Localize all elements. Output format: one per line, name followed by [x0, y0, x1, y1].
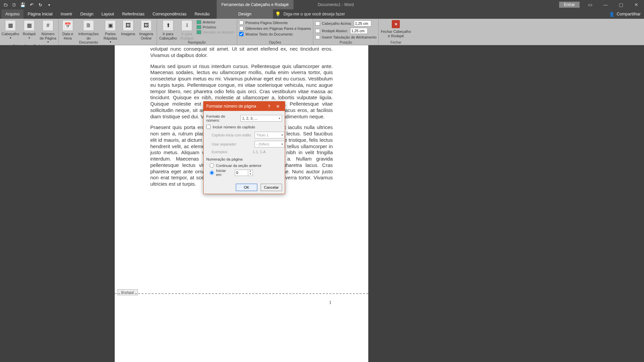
docinfo-label: Informações do Documento — [77, 32, 100, 45]
select-value: Título 1 — [256, 133, 269, 137]
prev-icon — [197, 20, 201, 24]
checkbox[interactable] — [239, 26, 244, 31]
online-images-button[interactable]: 🖼Imagens Online — [138, 19, 155, 40]
online-images-icon: 🖼 — [141, 20, 152, 31]
radio[interactable] — [210, 163, 214, 168]
footer-button[interactable]: ▦Rodapé▾ — [21, 19, 38, 40]
tab-layout[interactable]: Layout — [97, 9, 118, 19]
opt-label: Diferentes em Páginas Pares e Ímpares — [246, 26, 311, 31]
separator-label: Usar separador: — [212, 142, 253, 146]
nav-next-label: Próximo — [203, 25, 216, 29]
link-icon — [197, 30, 201, 34]
header-button[interactable]: ▦Cabeçalho▾ — [2, 19, 19, 40]
spin-up-icon[interactable]: ▲ — [248, 170, 253, 173]
separator-select: - (hífen)▾ — [255, 141, 285, 147]
checkbox[interactable] — [239, 20, 244, 25]
header-top-input[interactable] — [354, 20, 371, 26]
goto-footer-label: Ir para Rodapé — [179, 32, 195, 40]
ok-button[interactable]: OK — [236, 184, 257, 191]
include-chapter-checkbox[interactable]: Incluir número do capítulo — [206, 125, 282, 129]
group-header-footer: ▦Cabeçalho▾ ▦Rodapé▾ #Número de Página▾ … — [0, 19, 59, 45]
chevron-down-icon: ▾ — [281, 133, 283, 137]
chapter-style-label: Capítulo inicia com estilo: — [212, 133, 253, 137]
goto-footer-button: ⬇Ir para Rodapé — [179, 19, 195, 40]
numbering-group-title: Numeração da página — [206, 157, 282, 161]
ribbon-display-icon[interactable]: ▭ — [582, 0, 598, 9]
share-icon: 👤 — [609, 12, 614, 17]
tab-file[interactable]: Arquivo — [1, 9, 23, 19]
datetime-button[interactable]: 📅Data e Hora — [61, 19, 75, 40]
nav-previous[interactable]: Anterior — [197, 20, 235, 24]
insert-align-tab[interactable]: Inserir Tabulação de Alinhamento — [315, 35, 376, 39]
chevron-down-icon: ▾ — [279, 117, 280, 120]
header-from-top: Cabeçalho Acima: — [315, 20, 376, 26]
nav-next[interactable]: Próximo — [197, 25, 235, 29]
group-insert: 📅Data e Hora 🗎Informações do Documento▾ … — [59, 19, 157, 45]
tab-review[interactable]: Revisão — [191, 9, 214, 19]
tab-mailings[interactable]: Correspondências — [149, 9, 191, 19]
checkbox-label: Incluir número do capítulo — [213, 125, 255, 129]
dialog-close-icon[interactable]: ✕ — [273, 104, 282, 109]
docinfo-icon: 🗎 — [83, 20, 94, 31]
docinfo-button[interactable]: 🗎Informações do Documento▾ — [77, 19, 100, 48]
page-number-button[interactable]: #Número de Página▾ — [40, 19, 56, 44]
dialog-help-icon[interactable]: ? — [265, 104, 273, 109]
continue-previous-radio[interactable]: Continuar da seção anterior — [210, 163, 282, 168]
group-label: Posição — [315, 40, 376, 45]
number-format-select[interactable]: 1, 2, 3, ...▾ — [240, 115, 282, 122]
goto-footer-icon: ⬇ — [181, 20, 192, 31]
header-label: Cabeçalho — [2, 32, 19, 36]
tab-home[interactable]: Página Inicial — [23, 9, 56, 19]
tab-design[interactable]: Design — [76, 9, 97, 19]
save-disk-icon[interactable]: 💾 — [20, 2, 25, 7]
page: volutpat nunc consequat sit amet. Ut sit… — [115, 45, 368, 362]
tab-insert[interactable]: Inserir — [57, 9, 76, 19]
nav-prev-label: Anterior — [203, 20, 216, 24]
start-at-radio[interactable]: Iniciar em: ▲▼ — [210, 169, 282, 177]
number-format-label: Formato do número: — [206, 114, 238, 122]
images-icon: 🖼 — [123, 20, 133, 31]
signin-button[interactable]: Entrar — [559, 2, 580, 8]
opt-odd-even[interactable]: Diferentes em Páginas Pares e Ímpares — [239, 26, 311, 31]
close-window-icon[interactable]: ✕ — [629, 0, 644, 9]
spin-down-icon[interactable]: ▼ — [248, 173, 253, 176]
examples-value: 1-1, 1-A — [253, 150, 266, 154]
minimize-icon[interactable]: — — [598, 0, 613, 9]
opt-show-doc-text[interactable]: Mostrar Texto do Documento — [239, 32, 311, 36]
save-icon[interactable]: 🗀 — [3, 2, 8, 7]
cancel-button[interactable]: Cancelar — [261, 184, 282, 191]
opt-label: Primeira Página Diferente — [246, 21, 288, 25]
opt-first-different[interactable]: Primeira Página Diferente — [239, 20, 311, 25]
start-at-spinner[interactable]: ▲▼ — [235, 170, 253, 176]
checkbox[interactable] — [239, 32, 244, 36]
close-x-icon: ✕ — [392, 20, 400, 28]
lightbulb-icon: 💡 — [275, 11, 281, 17]
start-at-input[interactable] — [235, 171, 248, 175]
tab-context-design[interactable]: Design — [217, 9, 273, 19]
new-icon[interactable]: 🗋 — [11, 2, 17, 7]
quickparts-button[interactable]: ▣Partes Rápidas▾ — [102, 19, 118, 44]
tell-me-search[interactable]: 💡 Diga-me o que você deseja fazer — [275, 11, 345, 17]
pos-icon — [315, 29, 320, 33]
align-tab-label: Inserir Tabulação de Alinhamento — [322, 35, 376, 39]
footer-from-bottom: Rodapé Abaixo: — [315, 28, 376, 34]
goto-header-button[interactable]: ⬆Ir para Cabeçalho — [159, 19, 177, 40]
dialog-title-text: Formatar número de página — [206, 104, 256, 109]
share-button[interactable]: 👤 Compartilhar — [609, 12, 641, 17]
group-label: Fechar — [381, 40, 411, 45]
footer-label: Rodapé — [23, 32, 36, 36]
chevron-down-icon: ▾ — [281, 142, 283, 146]
footer-separator — [115, 293, 368, 294]
tab-references[interactable]: Referências — [118, 9, 149, 19]
footer-bottom-input[interactable] — [350, 28, 368, 34]
online-images-label: Imagens Online — [138, 32, 155, 40]
maximize-icon[interactable]: ▢ — [613, 0, 629, 9]
page-number-display: 1 — [329, 300, 331, 305]
checkbox[interactable] — [206, 125, 211, 129]
goto-header-label: Ir para Cabeçalho — [159, 32, 177, 40]
nav-link-previous: Vincular ao Anterior — [197, 30, 235, 34]
radio[interactable] — [210, 171, 214, 175]
group-options: Primeira Página Diferente Diferentes em … — [237, 19, 313, 45]
close-header-footer-button[interactable]: ✕ Fechar Cabeçalho e Rodapé — [381, 19, 411, 38]
images-button[interactable]: 🖼Imagens — [120, 19, 136, 36]
